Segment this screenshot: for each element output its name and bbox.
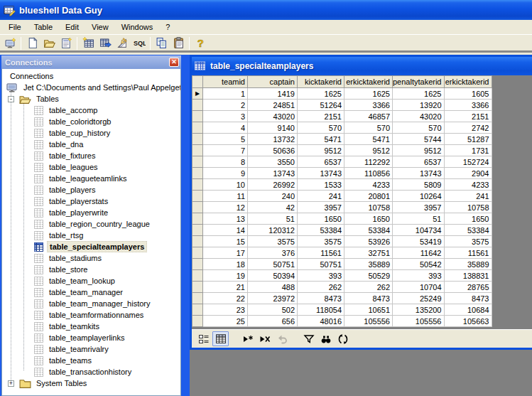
grid-cell[interactable]: 35889 [344,259,393,270]
tree-item-table-rtsg[interactable]: table_rtsg [2,230,180,241]
row-header[interactable] [192,179,203,191]
column-header-kicktakerid[interactable]: kicktakerid [298,76,344,88]
grid-cell[interactable]: 12 [203,202,248,213]
grid-cell[interactable]: 28765 [444,282,492,293]
new-table-button[interactable] [80,36,97,51]
grid-cell[interactable]: 24851 [248,100,298,111]
tree-item-jet-c-documents-and-settings-paul-appelget[interactable]: Jet C:\Documents and Settings\Paul Appel… [2,82,180,93]
menu-item-file[interactable]: File [2,21,28,33]
grid-cell[interactable]: 110856 [344,168,393,179]
grid-corner-cell[interactable] [192,76,203,88]
row-header[interactable] [192,213,203,225]
grid-cell[interactable]: 8473 [344,293,393,304]
record-marker[interactable]: ▶ [192,88,203,100]
row-header[interactable] [192,270,203,282]
tree-item-table-playerstats[interactable]: table_playerstats [2,196,180,207]
grid-cell[interactable]: 241 [298,191,344,202]
grid-cell[interactable]: 10 [203,179,248,191]
grid-cell[interactable]: 53419 [393,236,445,247]
grid-cell[interactable]: 2742 [444,122,492,134]
column-header-penaltytakerid[interactable]: penaltytakerid [393,76,445,88]
grid-cell[interactable]: 11642 [393,247,445,259]
column-header-teamid[interactable]: teamid [203,76,248,88]
grid-cell[interactable]: 11561 [444,247,492,259]
grid-cell[interactable]: 50542 [393,259,445,270]
grid-cell[interactable]: 1625 [393,88,445,100]
grid-cell[interactable]: 138831 [444,270,492,282]
tree-item-table-teamplayerlinks[interactable]: table_teamplayerlinks [2,332,180,343]
grid-cell[interactable]: 1650 [444,213,492,225]
tree-item-table-accomp[interactable]: table_accomp [2,105,180,116]
row-header[interactable] [192,100,203,111]
grid-cell[interactable]: 105663 [444,316,492,327]
grid-cell[interactable]: 1625 [298,88,344,100]
grid-cell[interactable]: 570 [344,122,393,134]
grid-cell[interactable]: 241 [444,191,492,202]
tree-item-table-team-manager[interactable]: table_team_manager [2,287,180,298]
tree-item-table-team-manager-history[interactable]: table_team_manager_history [2,298,180,309]
grid-cell[interactable]: 23 [203,304,248,316]
row-header[interactable] [192,111,203,122]
grid-cell[interactable]: 104734 [393,225,445,236]
grid-cell[interactable]: 3366 [444,100,492,111]
grid-cell[interactable]: 53926 [344,236,393,247]
grid-cell[interactable]: 9 [203,168,248,179]
grid-cell[interactable]: 9512 [344,145,393,156]
grid-cell[interactable]: 1625 [344,88,393,100]
tree-item-connections[interactable]: Connections [2,70,180,82]
help-button[interactable]: ? [192,36,209,51]
new-record-button[interactable] [239,331,256,346]
properties-button[interactable] [58,36,75,51]
row-header[interactable] [192,236,203,247]
grid-cell[interactable]: 50394 [248,270,298,282]
grid-cell[interactable]: 3366 [344,100,393,111]
row-header[interactable] [192,168,203,179]
tree-item-table-teamrivalry[interactable]: table_teamrivalry [2,343,180,355]
grid-cell[interactable]: 51 [393,213,445,225]
grid-cell[interactable]: 10264 [393,191,445,202]
grid-cell[interactable]: 51264 [298,100,344,111]
grid-cell[interactable]: 6537 [298,156,344,168]
grid-cell[interactable]: 262 [344,282,393,293]
grid-cell[interactable]: 262 [298,282,344,293]
connect-button[interactable] [1,36,18,51]
grid-cell[interactable]: 10651 [344,304,393,316]
grid-cell[interactable]: 3957 [393,202,445,213]
grid-cell[interactable]: 25 [203,316,248,327]
grid-cell[interactable]: 656 [248,316,298,327]
find-button[interactable] [317,331,334,346]
datasheet-view-button[interactable] [212,331,229,346]
open-table-button[interactable] [97,36,114,51]
grid-cell[interactable]: 1533 [298,179,344,191]
grid-cell[interactable]: 20801 [344,191,393,202]
grid-cell[interactable]: 13732 [248,134,298,145]
grid-cell[interactable]: 112292 [344,156,393,168]
grid-cell[interactable]: 105556 [393,316,445,327]
grid-cell[interactable]: 240 [248,191,298,202]
tree-item-table-transactionhistory[interactable]: table_transactionhistory [2,366,180,378]
row-header[interactable] [192,304,203,316]
tree-item-table-coloridtorgb[interactable]: table_coloridtorgb [2,116,180,127]
tree-item-table-playerwrite[interactable]: table_playerwrite [2,207,180,218]
grid-cell[interactable]: 51287 [444,134,492,145]
delete-record-button[interactable] [256,331,273,346]
tree-item-table-region-country-league[interactable]: table_region_country_league [2,218,180,230]
refresh-button[interactable] [335,331,351,346]
row-header[interactable] [192,247,203,259]
column-header-erkicktakerid[interactable]: erkicktakerid [444,76,492,88]
grid-cell[interactable]: 3550 [248,156,298,168]
tree-item-table-leagues[interactable]: table_leagues [2,161,180,173]
new-file-button[interactable] [23,36,40,51]
grid-cell[interactable]: 8473 [298,293,344,304]
grid-cell[interactable]: 1650 [344,213,393,225]
copy-button[interactable] [153,36,170,51]
grid-cell[interactable]: 53384 [444,225,492,236]
row-header[interactable] [192,202,203,213]
grid-cell[interactable]: 5744 [393,134,445,145]
menu-item-edit[interactable]: Edit [59,21,85,33]
grid-cell[interactable]: 4233 [444,179,492,191]
grid-cell[interactable]: 1731 [444,145,492,156]
tree-item-table-teams[interactable]: table_teams [2,355,180,366]
grid-cell[interactable]: 118054 [298,304,344,316]
grid-cell[interactable]: 3575 [248,236,298,247]
